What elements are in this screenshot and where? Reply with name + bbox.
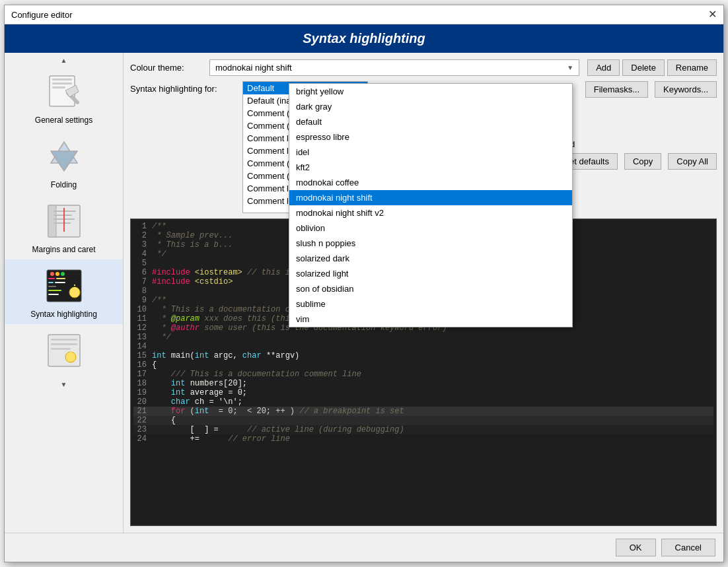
svg-rect-3	[52, 86, 65, 88]
dropdown-option-vim[interactable]: vim	[289, 312, 572, 327]
line-content-14	[152, 342, 713, 351]
line-num-21: 21	[133, 407, 152, 416]
dropdown-option-sublime[interactable]: sublime	[289, 296, 572, 312]
dropdown-option-modnokai-coffee[interactable]: modnokai coffee	[289, 175, 572, 190]
bottom-bar: OK Cancel	[5, 533, 723, 562]
colour-theme-label: Colour theme:	[130, 63, 209, 73]
line-num-11: 11	[133, 314, 152, 323]
line-num-7: 7	[133, 277, 152, 286]
line-num-13: 13	[133, 333, 152, 342]
code-line-17: 17 /// This is a documentation comment l…	[133, 370, 713, 379]
code-line-22: 22 {	[133, 416, 713, 425]
sidebar-item-more[interactable]	[5, 324, 123, 380]
keywords-button[interactable]: Keywords...	[655, 81, 717, 98]
line-num-12: 12	[133, 323, 152, 333]
code-line-13: 13 */	[133, 333, 713, 342]
code-line-19: 19 int average = 0;	[133, 388, 713, 397]
sidebar-item-syntax[interactable]: Syntax highlighting	[5, 259, 123, 324]
dropdown-option-solarized-dark[interactable]: solarized dark	[289, 251, 572, 266]
line-num-1: 1	[133, 222, 152, 231]
ok-button[interactable]: OK	[616, 539, 656, 556]
svg-point-15	[55, 272, 59, 276]
svg-rect-1	[52, 79, 72, 81]
close-button[interactable]: ✕	[708, 9, 717, 20]
line-num-4: 4	[133, 250, 152, 259]
dropdown-option-dark-gray[interactable]: dark gray	[289, 99, 572, 114]
right-panel: Colour theme: modnokai night shift ▼ bri…	[124, 53, 723, 533]
line-num-14: 14	[133, 342, 152, 351]
sidebar-scroll-up[interactable]: ▲	[5, 55, 123, 65]
line-content-13: */	[152, 333, 713, 342]
line-content-19: int average = 0;	[152, 388, 713, 397]
dropdown-option-son-of-obsidian[interactable]: son of obsidian	[289, 281, 572, 296]
sidebar: ▲ General settings	[5, 53, 124, 533]
syntax-icon	[43, 265, 85, 307]
line-content-20: char ch = '\n';	[152, 397, 713, 407]
copy-button[interactable]: Copy	[624, 153, 661, 170]
code-line-14: 14	[133, 342, 713, 351]
code-line-16: 16 {	[133, 360, 713, 370]
svg-rect-2	[52, 83, 72, 84]
svg-point-24	[69, 287, 80, 298]
code-line-21: 21 for (int = 0; < 20; ++ ) // a breakpo…	[133, 407, 713, 416]
sidebar-item-folding[interactable]: Folding	[5, 130, 123, 195]
dropdown-option-espresso[interactable]: espresso libre	[289, 129, 572, 145]
line-num-6: 6	[133, 268, 152, 277]
code-line-24: 24 += // error line	[133, 434, 713, 444]
dropdown-option-idel[interactable]: idel	[289, 145, 572, 160]
copy-all-button[interactable]: Copy All	[668, 153, 717, 170]
delete-button[interactable]: Delete	[622, 59, 665, 76]
svg-rect-17	[48, 278, 55, 279]
svg-rect-23	[48, 294, 59, 295]
rename-button[interactable]: Rename	[667, 59, 717, 76]
svg-rect-11	[54, 222, 71, 224]
colour-theme-select[interactable]: modnokai night shift ▼	[209, 59, 579, 76]
svg-rect-25	[73, 287, 76, 288]
code-line-15: 15 int main(int argc, char **argv)	[133, 351, 713, 360]
colour-theme-row: Colour theme: modnokai night shift ▼ bri…	[130, 59, 717, 76]
cancel-button[interactable]: Cancel	[661, 539, 715, 556]
line-num-10: 10	[133, 305, 152, 314]
dropdown-option-bright-yellow[interactable]: bright yellow	[289, 84, 572, 99]
add-button[interactable]: Add	[587, 59, 620, 76]
syntax-for-label: Syntax highlighting for:	[130, 81, 242, 94]
dropdown-option-default[interactable]: default	[289, 114, 572, 129]
sidebar-item-general[interactable]: General settings	[5, 65, 123, 130]
svg-rect-9	[54, 215, 72, 216]
sidebar-scroll-down[interactable]: ▼	[5, 380, 123, 389]
main-content: ▲ General settings	[5, 53, 723, 533]
dropdown-option-modnokai-night-shift-v2[interactable]: modnokai night shift v2	[289, 205, 572, 220]
colour-theme-dropdown: modnokai night shift ▼ bright yellow dar…	[209, 59, 579, 76]
sidebar-item-label-syntax: Syntax highlighting	[30, 310, 97, 319]
dropdown-option-solarized-light[interactable]: solarized light	[289, 266, 572, 281]
line-num-8: 8	[133, 286, 152, 296]
svg-rect-28	[51, 339, 77, 341]
line-num-9: 9	[133, 296, 152, 305]
margins-icon	[43, 200, 85, 242]
dropdown-arrow-icon: ▼	[567, 64, 573, 71]
line-num-19: 19	[133, 388, 152, 397]
line-num-18: 18	[133, 379, 152, 388]
colour-theme-dropdown-list: bright yellow dark gray default espresso…	[289, 83, 573, 327]
svg-rect-21	[48, 286, 56, 287]
svg-rect-29	[51, 343, 77, 345]
line-num-22: 22	[133, 416, 152, 425]
sidebar-item-margins[interactable]: Margins and caret	[5, 195, 123, 259]
line-content-17: /// This is a documentation comment line	[152, 370, 713, 379]
dropdown-option-slush[interactable]: slush n poppies	[289, 236, 572, 251]
line-content-24: += // error line	[152, 434, 713, 444]
svg-rect-18	[56, 278, 65, 279]
line-num-17: 17	[133, 370, 152, 379]
code-line-23: 23 [ ] = // active line (during debuggin…	[133, 425, 713, 434]
more-icon	[43, 329, 85, 372]
svg-rect-30	[51, 348, 71, 350]
svg-rect-20	[55, 282, 65, 283]
filemasks-button[interactable]: Filemasks...	[585, 81, 648, 98]
dropdown-option-kft2[interactable]: kft2	[289, 160, 572, 175]
line-num-20: 20	[133, 397, 152, 407]
line-num-3: 3	[133, 240, 152, 250]
line-content-18: int numbers[20];	[152, 379, 713, 388]
dropdown-option-modnokai-night-shift[interactable]: modnokai night shift	[289, 190, 572, 205]
svg-rect-32	[69, 352, 72, 353]
dropdown-option-oblivion[interactable]: oblivion	[289, 220, 572, 236]
